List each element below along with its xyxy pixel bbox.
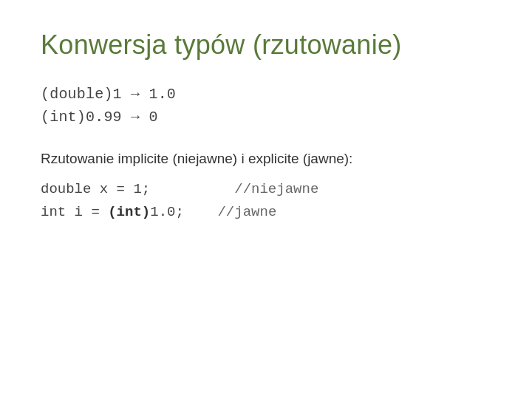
cast-line2-arrow: → bbox=[131, 109, 149, 126]
code-line2-spacing bbox=[192, 204, 209, 220]
code-line-1: double x = 1; //niejawne bbox=[41, 178, 491, 201]
cast-line-1: (double)1 → 1.0 bbox=[41, 83, 491, 106]
cast-line-2: (int)0.99 → 0 bbox=[41, 106, 491, 129]
code-line2-pre: int i = bbox=[41, 204, 108, 220]
code-line2-after: 1.0; bbox=[150, 204, 184, 220]
cast-line1-prefix: (double)1 bbox=[41, 86, 122, 103]
code-line2-bold: (int) bbox=[108, 204, 150, 220]
slide-title: Konwersja typów (rzutowanie) bbox=[41, 30, 491, 61]
code-line1-comment: //niejawne bbox=[234, 181, 318, 197]
description-text: Rzutowanie implicite (niejawne) i explic… bbox=[41, 149, 491, 169]
code-line2-comment: //jawne bbox=[217, 204, 276, 220]
code-line1-text: double x = 1; bbox=[41, 181, 150, 197]
code-line-2: int i = (int)1.0; //jawne bbox=[41, 201, 491, 224]
code-example-block: double x = 1; //niejawne int i = (int)1.… bbox=[41, 178, 491, 225]
cast-line1-arrow: → bbox=[131, 86, 149, 103]
cast-examples-block: (double)1 → 1.0 (int)0.99 → 0 bbox=[41, 83, 491, 129]
slide-container: Konwersja typów (rzutowanie) (double)1 →… bbox=[0, 0, 532, 399]
code-line1-spacing bbox=[159, 181, 226, 197]
cast-line2-suffix: 0 bbox=[149, 109, 157, 126]
cast-line2-prefix: (int)0.99 bbox=[41, 109, 122, 126]
cast-line1-suffix: 1.0 bbox=[149, 86, 176, 103]
